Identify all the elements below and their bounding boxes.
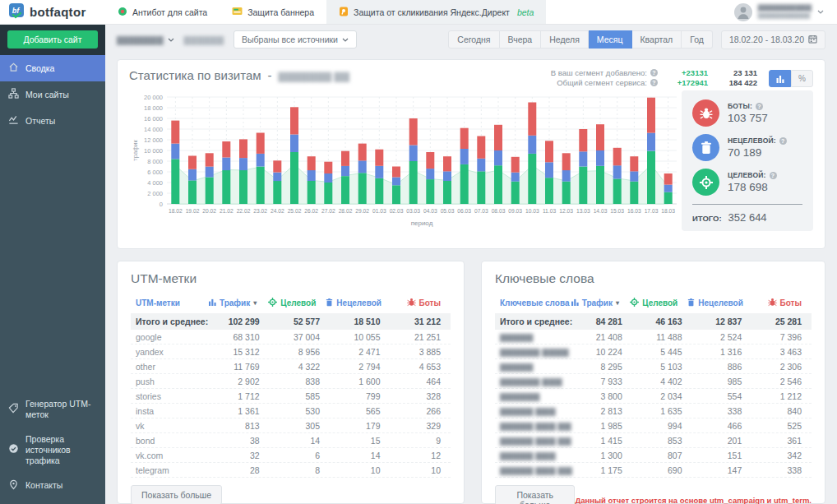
column-header-3[interactable]: Нецелевой bbox=[326, 298, 391, 308]
sidebar-item-3[interactable]: Отчеты bbox=[0, 108, 105, 134]
column-header-4[interactable]: Боты bbox=[753, 298, 812, 308]
svg-text:14 000: 14 000 bbox=[144, 126, 163, 133]
date-range-picker[interactable]: 18.02.20 - 18.03.20 bbox=[721, 30, 825, 49]
top-tabs: Антибот для сайтаЗащита баннераЗащита от… bbox=[105, 0, 546, 24]
svg-text:02.03: 02.03 bbox=[390, 208, 404, 214]
app-logo: bf botfaqtor bbox=[0, 0, 105, 24]
info-icon[interactable]: ? bbox=[779, 137, 787, 145]
table-row: ▇▇▇▇▇ ▇▇▇1 300807151342 bbox=[495, 448, 812, 463]
sidebar-tool-1[interactable]: Генератор UTM-меток bbox=[0, 392, 105, 427]
info-icon[interactable]: ? bbox=[756, 103, 763, 110]
column-header-4[interactable]: Боты bbox=[391, 298, 451, 308]
bar-chart-mode-button[interactable] bbox=[769, 70, 791, 87]
add-site-button[interactable]: Добавить сайт bbox=[7, 30, 98, 49]
svg-text:0: 0 bbox=[160, 201, 163, 208]
table-row: ▇▇▇▇▇ ▇▇▇ ▇▇1 985994466525 bbox=[495, 418, 812, 433]
column-header-2[interactable]: Целевой bbox=[629, 298, 687, 308]
column-header-3[interactable]: Нецелевой bbox=[687, 298, 753, 308]
table-row: ▇▇▇▇▇ ▇▇▇2 8131 635338840 bbox=[495, 404, 812, 418]
period-button-сегодня[interactable]: Сегодня bbox=[448, 30, 499, 49]
total-row: ИТОГО: 352 644 bbox=[692, 211, 802, 224]
bug-icon bbox=[768, 298, 777, 308]
svg-text:07.03: 07.03 bbox=[474, 208, 488, 214]
sidebar-bottom-nav: Генератор UTM-метокПроверка источников т… bbox=[0, 392, 105, 499]
table-row: ▇▇▇▇▇▇ ▇▇▇7 9334 4029852 546 bbox=[495, 374, 812, 389]
table-row: vk813305179329 bbox=[131, 418, 451, 433]
target-icon bbox=[268, 298, 277, 308]
column-header-1[interactable]: Трафик▾ bbox=[571, 298, 629, 307]
table-total-row: Итого и среднее:84 28146 16312 83725 281 bbox=[495, 313, 812, 330]
svg-text:10 000: 10 000 bbox=[144, 147, 163, 155]
period-button-вчера[interactable]: Вчера bbox=[500, 30, 542, 49]
info-icon[interactable]: ? bbox=[650, 69, 658, 76]
table-row: ▇▇▇▇▇21 40811 4882 5247 396 bbox=[495, 330, 812, 344]
report-note: Данный отчет строится на основе utm_camp… bbox=[575, 496, 812, 504]
svg-text:15.03: 15.03 bbox=[610, 208, 624, 214]
domain-dropdown[interactable]: ▇▇▇▇▇▇▇ bbox=[117, 35, 174, 44]
svg-text:05.03: 05.03 bbox=[441, 208, 455, 214]
svg-text:18.03: 18.03 bbox=[661, 208, 675, 214]
column-header-0[interactable]: UTM-метки bbox=[131, 298, 207, 307]
percent-mode-button[interactable]: % bbox=[791, 70, 813, 87]
reports-icon bbox=[8, 114, 19, 127]
svg-text:трафик: трафик bbox=[132, 140, 139, 161]
svg-text:4 000: 4 000 bbox=[147, 179, 163, 187]
svg-text:20.02: 20.02 bbox=[202, 208, 216, 214]
period-button-неделя[interactable]: Неделя bbox=[541, 30, 589, 49]
chart-bar-icon bbox=[571, 298, 579, 307]
check-icon bbox=[8, 443, 19, 456]
trash-icon bbox=[326, 298, 333, 308]
column-header-0[interactable]: Ключевые слова bbox=[495, 298, 571, 307]
svg-text:период: период bbox=[411, 220, 433, 227]
svg-text:03.03: 03.03 bbox=[406, 208, 420, 214]
sidebar-item-2[interactable]: Мои сайты bbox=[0, 81, 105, 108]
column-header-2[interactable]: Целевой bbox=[266, 298, 326, 308]
tab-3[interactable]: Защита от скликивания Яндекс.Директbeta bbox=[326, 0, 546, 24]
topbar: bf botfaqtor Антибот для сайтаЗащита бан… bbox=[0, 0, 837, 25]
user-menu[interactable]: ▇▇▇▇▇▇▇▇▇▇ ▇▇▇▇▇▇▇▇▇▇▇ bbox=[734, 0, 837, 24]
period-button-квартал[interactable]: Квартал bbox=[632, 30, 682, 49]
svg-text:2 000: 2 000 bbox=[147, 190, 163, 197]
main-content: ▇▇▇▇▇▇▇ ▇▇▇▇▇▇ Выбраны все источники Сег… bbox=[105, 25, 837, 504]
show-more-button[interactable]: Показать больше bbox=[495, 485, 575, 504]
table-row: vk.com3261412 bbox=[131, 448, 451, 463]
svg-text:04.03: 04.03 bbox=[423, 208, 437, 214]
antibot-icon bbox=[118, 7, 127, 18]
svg-text:18.02: 18.02 bbox=[169, 208, 183, 214]
period-button-год[interactable]: Год bbox=[682, 30, 713, 49]
sidebar-item-1[interactable]: Сводка bbox=[0, 55, 105, 81]
svg-text:23.02: 23.02 bbox=[253, 208, 267, 214]
table-header: Ключевые словаТрафик▾ЦелевойНецелевойБот… bbox=[495, 294, 812, 313]
period-button-месяц[interactable]: Месяц bbox=[589, 30, 632, 49]
svg-text:20 000: 20 000 bbox=[144, 94, 163, 101]
sidebar-tool-3[interactable]: Контакты bbox=[0, 473, 105, 499]
show-more-button[interactable]: Показать больше bbox=[131, 485, 222, 504]
svg-text:10.03: 10.03 bbox=[525, 208, 539, 214]
segment-info: В ваш сегмент добавлено:?+2313123 131Общ… bbox=[551, 68, 757, 87]
chart-mode-toggle: % bbox=[769, 70, 813, 87]
domain-secondary: ▇▇▇▇▇▇ bbox=[184, 35, 224, 44]
sort-arrow: ▾ bbox=[616, 299, 619, 307]
logo-text: botfaqtor bbox=[30, 5, 86, 19]
home-icon bbox=[8, 62, 19, 75]
svg-text:bf: bf bbox=[12, 6, 20, 14]
info-icon[interactable]: ? bbox=[770, 172, 777, 179]
tab-1[interactable]: Антибот для сайта bbox=[105, 0, 220, 24]
sites-icon bbox=[8, 88, 19, 101]
sidebar: Добавить сайт СводкаМои сайтыОтчеты Гене… bbox=[0, 25, 105, 504]
period-selector: СегодняВчераНеделяМесяцКварталГод bbox=[448, 30, 713, 49]
svg-text:6 000: 6 000 bbox=[147, 169, 163, 176]
svg-text:21.02: 21.02 bbox=[220, 208, 234, 214]
tab-2[interactable]: Защита баннера bbox=[220, 0, 326, 24]
svg-text:09.03: 09.03 bbox=[508, 208, 522, 214]
card-title: Статистика по визитам - ▇▇▇▇▇▇▇ ▇▇ bbox=[129, 68, 349, 82]
column-header-1[interactable]: Трафик▾ bbox=[207, 298, 266, 307]
svg-text:25.02: 25.02 bbox=[288, 208, 302, 214]
beta-badge: beta bbox=[517, 7, 534, 17]
sources-dropdown[interactable]: Выбраны все источники bbox=[234, 30, 357, 49]
stat-trash: НЕЦЕЛЕВОЙ: ?70 189 bbox=[692, 134, 802, 161]
sidebar-tool-2[interactable]: Проверка источников трафика bbox=[0, 428, 105, 473]
info-icon[interactable]: ? bbox=[650, 79, 658, 86]
table-row: ▇▇▇▇▇▇3 8002 0345541 212 bbox=[495, 389, 812, 404]
sort-arrow: ▾ bbox=[253, 299, 257, 307]
